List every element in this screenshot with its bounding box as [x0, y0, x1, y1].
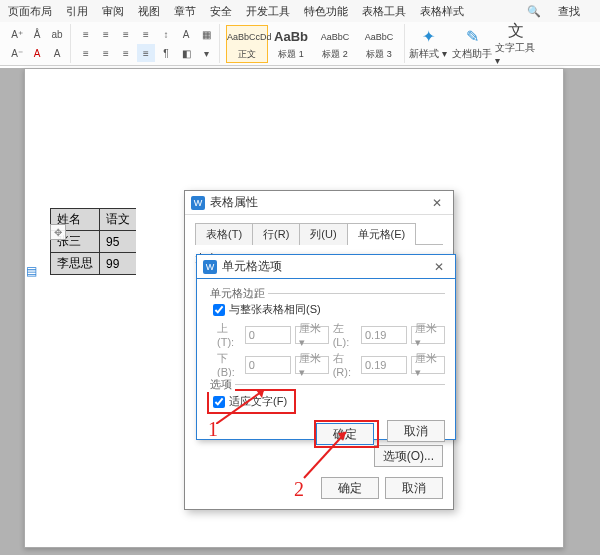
- style-thumb-body[interactable]: AaBbCcDd正文: [226, 25, 268, 63]
- align-center-icon[interactable]: ≡: [97, 44, 115, 62]
- tab-column[interactable]: 列(U): [299, 223, 347, 245]
- line-spacing-icon[interactable]: ↕: [157, 25, 175, 43]
- unit-select[interactable]: 厘米 ▾: [411, 326, 445, 344]
- annotation-highlight-1: 适应文字(F): [207, 389, 296, 414]
- close-icon[interactable]: ✕: [427, 196, 447, 210]
- style-gallery[interactable]: AaBbCcDd正文 AaBb标题 1 AaBbC标题 2 AaBbC标题 3: [222, 24, 405, 63]
- menu-item[interactable]: 特色功能: [304, 4, 348, 19]
- sparkle-icon: ✦: [422, 27, 435, 47]
- app-logo-icon: W: [203, 260, 217, 274]
- menu-item[interactable]: 页面布局: [8, 4, 52, 19]
- unit-select[interactable]: 厘米 ▾: [295, 356, 329, 374]
- checkbox-input[interactable]: [213, 396, 225, 408]
- menu-item[interactable]: 开发工具: [246, 4, 290, 19]
- paragraph-icon[interactable]: ¶: [157, 44, 175, 62]
- margin-top-input[interactable]: 0: [245, 326, 291, 344]
- style-thumb-h3[interactable]: AaBbC标题 3: [358, 25, 400, 63]
- move-handle-icon[interactable]: ✥: [50, 224, 66, 240]
- document-table[interactable]: 姓名语文 张三95 李思思99: [50, 208, 136, 275]
- menu-item[interactable]: 视图: [138, 4, 160, 19]
- unit-select[interactable]: 厘米 ▾: [295, 326, 329, 344]
- dialog-titlebar[interactable]: W 单元格选项 ✕: [197, 255, 455, 279]
- tab-cell[interactable]: 单元格(E): [347, 223, 417, 245]
- text-tools-button[interactable]: 文文字工具 ▾: [495, 24, 537, 63]
- font-effect-icon[interactable]: A: [48, 44, 66, 62]
- page-area: ▤ 姓名语文 张三95 李思思99 ✥ W 表格属性 ✕ 表格(T) 行(R) …: [0, 68, 600, 555]
- font-script-icon[interactable]: Å: [28, 25, 46, 43]
- tools-icon[interactable]: ▾: [197, 44, 215, 62]
- table-row: 李思思99: [51, 253, 137, 275]
- align-justify-icon[interactable]: ≡: [137, 44, 155, 62]
- unit-select[interactable]: 厘米 ▾: [411, 356, 445, 374]
- font-grow-icon[interactable]: A⁺: [8, 25, 26, 43]
- app-logo-icon: W: [191, 196, 205, 210]
- menu-item[interactable]: 审阅: [102, 4, 124, 19]
- new-style-button[interactable]: ✦新样式 ▾: [407, 24, 449, 63]
- indent-inc-icon[interactable]: ≡: [137, 25, 155, 43]
- margin-right-input[interactable]: 0.19: [361, 356, 407, 374]
- highlight-icon[interactable]: ab: [48, 25, 66, 43]
- section-icon[interactable]: ▤: [22, 262, 40, 280]
- align-right-icon[interactable]: ≡: [117, 44, 135, 62]
- menu-item[interactable]: 表格工具: [362, 4, 406, 19]
- annotation-highlight-2: 确定: [314, 420, 379, 448]
- annotation-number-1: 1: [208, 418, 218, 441]
- font-color-icon[interactable]: A: [28, 44, 46, 62]
- dialog-title: 表格属性: [210, 194, 258, 211]
- indent-dec-icon[interactable]: ≡: [117, 25, 135, 43]
- menu-item[interactable]: 表格样式: [420, 4, 464, 19]
- style-thumb-h2[interactable]: AaBbC标题 2: [314, 25, 356, 63]
- text-dir-icon[interactable]: A: [177, 25, 195, 43]
- options-fieldset: 选项 适应文字(F): [207, 384, 445, 414]
- inner-ok-button[interactable]: 确定: [316, 423, 374, 445]
- dialog-title: 单元格选项: [222, 258, 282, 275]
- fit-text-checkbox[interactable]: 适应文字(F): [213, 394, 287, 409]
- menu-item[interactable]: 引用: [66, 4, 88, 19]
- menu-bar: 页面布局 引用 审阅 视图 章节 安全 开发工具 特色功能 表格工具 表格样式 …: [0, 0, 600, 22]
- menu-item[interactable]: 章节: [174, 4, 196, 19]
- checkbox-input[interactable]: [213, 304, 225, 316]
- doc-assistant-button[interactable]: ✎文档助手: [451, 24, 493, 63]
- pencil-icon: ✎: [466, 27, 479, 47]
- same-as-table-checkbox[interactable]: 与整张表格相同(S): [213, 302, 445, 317]
- dialog-tabs: 表格(T) 行(R) 列(U) 单元格(E): [195, 223, 443, 245]
- margin-bottom-input[interactable]: 0: [245, 356, 291, 374]
- ribbon: A⁺ A⁻ Å A ab A ≡≡ ≡≡ ≡≡ ≡≡ ↕¶ A◧ ▦▾ AaBb…: [0, 22, 600, 66]
- cell-margin-fieldset: 单元格边距 与整张表格相同(S) 上(T): 0 厘米 ▾ 左(L): 0.19…: [207, 293, 445, 378]
- cell-options-dialog: W 单元格选项 ✕ 单元格边距 与整张表格相同(S) 上(T): 0 厘米 ▾ …: [196, 254, 456, 440]
- menu-item[interactable]: 安全: [210, 4, 232, 19]
- tab-table[interactable]: 表格(T): [195, 223, 253, 245]
- margin-left-input[interactable]: 0.19: [361, 326, 407, 344]
- dialog-titlebar[interactable]: W 表格属性 ✕: [185, 191, 453, 215]
- align-left-icon[interactable]: ≡: [77, 44, 95, 62]
- outer-cancel-button[interactable]: 取消: [385, 477, 443, 499]
- tab-row[interactable]: 行(R): [252, 223, 300, 245]
- list-number-icon[interactable]: ≡: [97, 25, 115, 43]
- list-bullet-icon[interactable]: ≡: [77, 25, 95, 43]
- inner-cancel-button[interactable]: 取消: [387, 420, 445, 442]
- style-thumb-h1[interactable]: AaBb标题 1: [270, 25, 312, 63]
- annotation-number-2: 2: [294, 478, 304, 501]
- outer-ok-button[interactable]: 确定: [321, 477, 379, 499]
- text-icon: 文: [508, 21, 524, 41]
- search-icon: 🔍: [527, 5, 541, 18]
- shading-icon[interactable]: ◧: [177, 44, 195, 62]
- font-shrink-icon[interactable]: A⁻: [8, 44, 26, 62]
- border-icon[interactable]: ▦: [197, 25, 215, 43]
- close-icon[interactable]: ✕: [429, 260, 449, 274]
- search-button[interactable]: 🔍查找: [527, 4, 594, 19]
